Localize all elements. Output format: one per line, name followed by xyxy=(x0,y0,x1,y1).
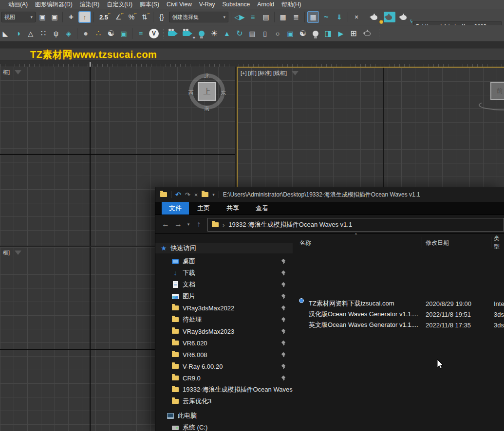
file-row-en-plugin[interactable]: 英文版Ocean Waves Generator v1.1.... 2022/1… xyxy=(293,320,504,330)
vray-lister-icon[interactable]: ≡ xyxy=(135,28,146,39)
pin-icon[interactable] xyxy=(281,270,286,275)
sidebar-item-quick-access[interactable]: ★ 快速访问 xyxy=(155,243,293,253)
sidebar-item-downloads[interactable]: ↓ 下载 xyxy=(155,267,293,279)
viewcube[interactable]: 上 北 南 西 东 xyxy=(189,73,225,109)
batch-render-icon[interactable]: ▶ xyxy=(336,28,346,39)
undo-icon[interactable]: ↶ xyxy=(175,191,181,198)
mirror-icon[interactable]: ◁▶ xyxy=(234,11,245,23)
bitmap-layers-icon[interactable]: ▣ xyxy=(285,28,296,39)
viewport-label[interactable]: 框] xyxy=(3,249,21,256)
compass-east[interactable]: 东 xyxy=(221,90,226,97)
light-bulb-icon[interactable] xyxy=(196,28,207,39)
vray-camera-tripod-icon[interactable]: △ xyxy=(25,28,36,39)
pin-icon[interactable] xyxy=(281,329,286,334)
layer-manager-icon[interactable]: ▤ xyxy=(260,11,272,23)
unlink-selection-icon[interactable]: ▣ xyxy=(49,11,60,23)
select-and-move-icon[interactable]: + xyxy=(65,11,77,23)
sidebar-item-vray3dsmax2022[interactable]: VRay3dsMax2022 xyxy=(155,302,293,314)
vray-logo-icon[interactable]: V xyxy=(148,28,160,39)
pin-icon[interactable] xyxy=(281,294,286,299)
material-editor-icon[interactable] xyxy=(368,11,382,23)
viewport-label-front[interactable]: [+] [前] [标准] [线框] xyxy=(241,70,299,77)
menu-substance[interactable]: Substance xyxy=(223,1,250,8)
render-to-frame-icon[interactable]: ⇓ xyxy=(334,11,345,23)
percent-snap-icon[interactable]: %⌐ xyxy=(126,11,137,23)
turbosmooth-icon[interactable]: ↻ xyxy=(234,28,245,39)
vray-clone-icon[interactable]: ▣ xyxy=(118,28,129,39)
forest-lister-icon[interactable]: ▤ xyxy=(247,28,258,39)
vray-palette-icon[interactable]: ☯ xyxy=(106,28,116,39)
teapot-outline-icon[interactable] xyxy=(361,28,375,39)
menu-scripting[interactable]: 脚本(S) xyxy=(140,0,159,9)
view-preset-dropdown[interactable]: 视图▾ xyxy=(1,12,36,22)
compass-north[interactable]: 北 xyxy=(205,72,210,80)
column-separator[interactable] xyxy=(491,237,491,248)
select-and-link-icon[interactable]: ▣ xyxy=(37,11,48,23)
sidebar-item-vr6008[interactable]: VR6.008 xyxy=(155,349,293,360)
column-header-date[interactable]: 修改日期 xyxy=(426,238,449,248)
pin-icon[interactable] xyxy=(281,305,286,310)
filter-triangle-icon[interactable] xyxy=(15,251,21,255)
tab-file[interactable]: 文件 xyxy=(162,202,189,215)
sidebar-item-pictures[interactable]: 图片 xyxy=(155,290,293,302)
sidebar-item-cr90[interactable]: CR9.0 xyxy=(155,372,293,384)
isolate-selection-icon[interactable]: × xyxy=(351,11,362,23)
scene-explorer-icon[interactable]: ▦ xyxy=(277,11,289,23)
column-separator[interactable] xyxy=(422,237,422,248)
layer-stack-icon[interactable]: ≣ xyxy=(290,11,302,23)
frame-buffer-icon[interactable]: ◨ xyxy=(323,28,334,39)
sidebar-item-vr6020[interactable]: VR6.020 xyxy=(155,337,293,349)
sidebar-item-this-pc[interactable]: 此电脑 xyxy=(155,410,293,422)
compass-south[interactable]: 南 xyxy=(205,105,210,112)
add-camera-icon[interactable]: + xyxy=(182,28,194,39)
phoenix-ring-icon[interactable]: ○ xyxy=(272,28,283,39)
file-row-cn-plugin[interactable]: 汉化版Ocean Waves Generator v1.1.... 2022/1… xyxy=(293,309,504,320)
sidebar-item-19332-ocean-waves[interactable]: 19332-海浪生成模拟插件Ocean Waves xyxy=(155,384,293,395)
tree-object-icon[interactable]: ▲ xyxy=(222,28,232,39)
light-lister-icon[interactable] xyxy=(310,28,321,39)
vray-fur-icon[interactable]: ψ xyxy=(51,28,61,39)
filter-triangle-icon[interactable] xyxy=(292,71,299,75)
vray-volume-grid-icon[interactable]: ◈ xyxy=(63,28,74,39)
viewport-split-icon[interactable]: ⊞ xyxy=(348,28,359,39)
viewcube-face-top[interactable]: 上 xyxy=(198,82,216,101)
snap-toggle-25-icon[interactable]: 2.5⌐ xyxy=(96,11,111,23)
menu-customize[interactable]: 自定义(U) xyxy=(107,0,132,9)
sidebar-item-cloud-lib[interactable]: 云库优化3 xyxy=(155,395,293,407)
edit-named-selection-icon[interactable]: {} xyxy=(156,11,168,23)
toggle-layer-explorer-icon[interactable]: ▦ xyxy=(307,11,319,23)
breadcrumb-chevron-icon[interactable]: › xyxy=(223,221,224,229)
pin-icon[interactable] xyxy=(281,352,286,357)
vray-dome-icon[interactable]: ∷ xyxy=(38,28,49,39)
pin-icon[interactable] xyxy=(281,341,286,345)
compass-west[interactable]: 西 xyxy=(188,90,194,97)
sidebar-item-desktop[interactable]: 桌面 xyxy=(155,255,293,267)
redo-icon[interactable]: ↷ xyxy=(185,192,190,198)
sun-light-icon[interactable]: ☀ xyxy=(209,28,220,39)
tab-share[interactable]: 共享 xyxy=(218,202,247,215)
close-icon[interactable]: × xyxy=(194,192,198,198)
physical-camera-icon[interactable] xyxy=(167,28,180,39)
recent-locations-caret-icon[interactable]: ▾ xyxy=(185,222,192,227)
menu-rendering[interactable]: 渲染(R) xyxy=(80,0,100,9)
viewcube-front-face[interactable]: 前 xyxy=(490,82,504,100)
pin-icon[interactable] xyxy=(281,259,286,264)
align-icon[interactable]: ≡ xyxy=(247,11,259,23)
menu-graph-editors[interactable]: 图形编辑器(D) xyxy=(35,0,73,9)
forward-icon[interactable]: → xyxy=(172,220,185,229)
address-bar[interactable]: › 19332-海浪生成模拟插件Ocean Waves v1.1 xyxy=(207,218,504,232)
breadcrumb-path[interactable]: 19332-海浪生成模拟插件Ocean Waves v1.1 xyxy=(228,220,352,229)
palette-icon[interactable]: ☯ xyxy=(298,28,308,39)
angle-snap-icon[interactable]: ∠⌐ xyxy=(112,11,124,23)
curve-editor-icon[interactable]: ~ xyxy=(320,11,332,23)
named-selection-set-dropdown[interactable]: 创建选择集▾ xyxy=(169,12,228,22)
explorer-titlebar[interactable]: ↶ ↷ × ▾ E:\Users\Administrator\Desktop\1… xyxy=(155,187,504,202)
qat-customize-caret-icon[interactable]: ▾ xyxy=(212,193,215,197)
menu-civil-view[interactable]: Civil View xyxy=(167,1,192,8)
vray-material-ball-icon[interactable]: ● xyxy=(80,28,91,39)
filter-triangle-icon[interactable] xyxy=(15,70,21,74)
pin-icon[interactable] xyxy=(281,364,286,369)
vray-corner-icon[interactable]: ◣ xyxy=(0,28,11,39)
up-icon[interactable]: ↑ xyxy=(192,220,205,229)
sidebar-item-system-c[interactable]: 系统 (C:) xyxy=(155,422,293,431)
